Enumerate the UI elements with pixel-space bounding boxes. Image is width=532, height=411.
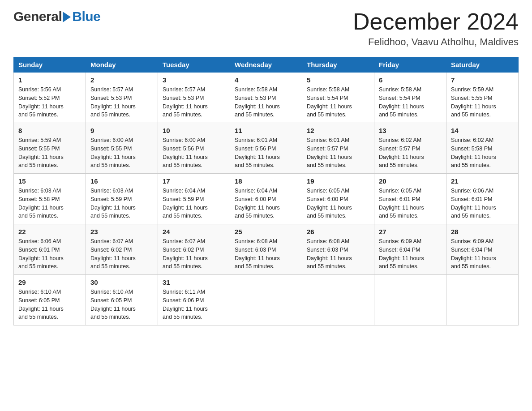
calendar-day-cell: 13 Sunrise: 6:02 AM Sunset: 5:57 PM Dayl… <box>374 123 446 174</box>
calendar-header-day: Wednesday <box>230 57 302 73</box>
calendar-day-cell: 1 Sunrise: 5:56 AM Sunset: 5:52 PM Dayli… <box>14 73 86 123</box>
day-number: 27 <box>379 228 442 235</box>
day-info: Sunrise: 6:06 AM Sunset: 6:01 PM Dayligh… <box>451 187 514 220</box>
calendar-header-day: Tuesday <box>158 57 230 73</box>
day-number: 21 <box>451 177 514 185</box>
day-number: 3 <box>163 76 225 84</box>
calendar-day-cell: 29 Sunrise: 6:10 AM Sunset: 6:05 PM Dayl… <box>14 275 86 325</box>
day-number: 9 <box>90 127 153 134</box>
calendar-day-cell <box>446 275 519 325</box>
calendar-week-row: 29 Sunrise: 6:10 AM Sunset: 6:05 PM Dayl… <box>14 275 519 325</box>
day-number: 5 <box>307 76 369 84</box>
logo-general-text: General <box>13 9 62 24</box>
day-info: Sunrise: 5:58 AM Sunset: 5:54 PM Dayligh… <box>379 86 442 119</box>
calendar-header-day: Sunday <box>14 57 86 73</box>
day-info: Sunrise: 6:07 AM Sunset: 6:02 PM Dayligh… <box>90 237 153 271</box>
logo-blue-text: Blue <box>72 9 100 24</box>
day-info: Sunrise: 5:57 AM Sunset: 5:53 PM Dayligh… <box>163 86 225 119</box>
day-number: 25 <box>235 228 297 235</box>
day-info: Sunrise: 6:04 AM Sunset: 6:00 PM Dayligh… <box>235 187 297 220</box>
calendar-day-cell: 12 Sunrise: 6:01 AM Sunset: 5:57 PM Dayl… <box>302 123 374 174</box>
day-number: 2 <box>90 76 153 84</box>
day-info: Sunrise: 5:56 AM Sunset: 5:52 PM Dayligh… <box>18 86 81 119</box>
day-info: Sunrise: 5:58 AM Sunset: 5:53 PM Dayligh… <box>235 86 297 119</box>
calendar-day-cell: 7 Sunrise: 5:59 AM Sunset: 5:55 PM Dayli… <box>446 73 519 123</box>
calendar-day-cell: 19 Sunrise: 6:05 AM Sunset: 6:00 PM Dayl… <box>302 174 374 224</box>
calendar-day-cell <box>302 275 374 325</box>
location-title: Felidhoo, Vaavu Atholhu, Maldives <box>353 36 519 48</box>
calendar-table: SundayMondayTuesdayWednesdayThursdayFrid… <box>13 57 519 325</box>
day-number: 31 <box>163 278 225 286</box>
day-number: 8 <box>18 127 81 134</box>
title-block: December 2024 Felidhoo, Vaavu Atholhu, M… <box>353 9 519 48</box>
calendar-day-cell: 18 Sunrise: 6:04 AM Sunset: 6:00 PM Dayl… <box>230 174 302 224</box>
day-info: Sunrise: 6:05 AM Sunset: 6:01 PM Dayligh… <box>379 187 442 220</box>
calendar-day-cell: 6 Sunrise: 5:58 AM Sunset: 5:54 PM Dayli… <box>374 73 446 123</box>
calendar-day-cell: 25 Sunrise: 6:08 AM Sunset: 6:03 PM Dayl… <box>230 224 302 275</box>
calendar-day-cell: 10 Sunrise: 6:00 AM Sunset: 5:56 PM Dayl… <box>158 123 230 174</box>
day-number: 22 <box>18 228 81 235</box>
calendar-day-cell: 16 Sunrise: 6:03 AM Sunset: 5:59 PM Dayl… <box>86 174 158 224</box>
day-info: Sunrise: 5:58 AM Sunset: 5:54 PM Dayligh… <box>307 86 369 119</box>
day-info: Sunrise: 6:06 AM Sunset: 6:01 PM Dayligh… <box>18 237 81 271</box>
calendar-day-cell: 28 Sunrise: 6:09 AM Sunset: 6:04 PM Dayl… <box>446 224 519 275</box>
calendar-day-cell: 8 Sunrise: 5:59 AM Sunset: 5:55 PM Dayli… <box>14 123 86 174</box>
calendar-header-row: SundayMondayTuesdayWednesdayThursdayFrid… <box>14 57 519 73</box>
day-info: Sunrise: 6:01 AM Sunset: 5:57 PM Dayligh… <box>307 136 369 170</box>
day-number: 30 <box>90 278 153 286</box>
day-number: 15 <box>18 177 81 185</box>
calendar-day-cell <box>230 275 302 325</box>
calendar-header-day: Monday <box>86 57 158 73</box>
day-number: 4 <box>235 76 297 84</box>
day-info: Sunrise: 6:11 AM Sunset: 6:06 PM Dayligh… <box>163 288 225 321</box>
calendar-week-row: 1 Sunrise: 5:56 AM Sunset: 5:52 PM Dayli… <box>14 73 519 123</box>
day-number: 28 <box>451 228 514 235</box>
day-number: 18 <box>235 177 297 185</box>
month-title: December 2024 <box>353 9 519 34</box>
day-number: 13 <box>379 127 442 134</box>
day-info: Sunrise: 6:08 AM Sunset: 6:03 PM Dayligh… <box>307 237 369 271</box>
day-number: 20 <box>379 177 442 185</box>
page-header: General Blue December 2024 Felidhoo, Vaa… <box>13 9 519 48</box>
day-info: Sunrise: 6:05 AM Sunset: 6:00 PM Dayligh… <box>307 187 369 220</box>
calendar-day-cell: 21 Sunrise: 6:06 AM Sunset: 6:01 PM Dayl… <box>446 174 519 224</box>
calendar-day-cell: 11 Sunrise: 6:01 AM Sunset: 5:56 PM Dayl… <box>230 123 302 174</box>
calendar-day-cell: 3 Sunrise: 5:57 AM Sunset: 5:53 PM Dayli… <box>158 73 230 123</box>
day-number: 7 <box>451 76 514 84</box>
calendar-day-cell: 20 Sunrise: 6:05 AM Sunset: 6:01 PM Dayl… <box>374 174 446 224</box>
day-number: 11 <box>235 127 297 134</box>
calendar-day-cell: 5 Sunrise: 5:58 AM Sunset: 5:54 PM Dayli… <box>302 73 374 123</box>
day-info: Sunrise: 5:57 AM Sunset: 5:53 PM Dayligh… <box>90 86 153 119</box>
svg-marker-0 <box>63 12 71 22</box>
day-number: 23 <box>90 228 153 235</box>
day-info: Sunrise: 6:03 AM Sunset: 5:59 PM Dayligh… <box>90 187 153 220</box>
day-info: Sunrise: 6:04 AM Sunset: 5:59 PM Dayligh… <box>163 187 225 220</box>
day-number: 10 <box>163 127 225 134</box>
calendar-header-day: Friday <box>374 57 446 73</box>
calendar-header-day: Thursday <box>302 57 374 73</box>
calendar-day-cell: 23 Sunrise: 6:07 AM Sunset: 6:02 PM Dayl… <box>86 224 158 275</box>
day-number: 24 <box>163 228 225 235</box>
day-info: Sunrise: 6:00 AM Sunset: 5:55 PM Dayligh… <box>90 136 153 170</box>
calendar-day-cell: 4 Sunrise: 5:58 AM Sunset: 5:53 PM Dayli… <box>230 73 302 123</box>
calendar-day-cell: 15 Sunrise: 6:03 AM Sunset: 5:58 PM Dayl… <box>14 174 86 224</box>
day-info: Sunrise: 6:10 AM Sunset: 6:05 PM Dayligh… <box>90 288 153 321</box>
calendar-week-row: 8 Sunrise: 5:59 AM Sunset: 5:55 PM Dayli… <box>14 123 519 174</box>
day-info: Sunrise: 6:02 AM Sunset: 5:57 PM Dayligh… <box>379 136 442 170</box>
logo: General Blue <box>13 9 100 24</box>
day-info: Sunrise: 6:07 AM Sunset: 6:02 PM Dayligh… <box>163 237 225 271</box>
calendar-day-cell: 22 Sunrise: 6:06 AM Sunset: 6:01 PM Dayl… <box>14 224 86 275</box>
day-number: 14 <box>451 127 514 134</box>
day-info: Sunrise: 5:59 AM Sunset: 5:55 PM Dayligh… <box>18 136 81 170</box>
day-info: Sunrise: 6:08 AM Sunset: 6:03 PM Dayligh… <box>235 237 297 271</box>
day-number: 1 <box>18 76 81 84</box>
day-info: Sunrise: 6:02 AM Sunset: 5:58 PM Dayligh… <box>451 136 514 170</box>
calendar-day-cell: 30 Sunrise: 6:10 AM Sunset: 6:05 PM Dayl… <box>86 275 158 325</box>
day-info: Sunrise: 6:10 AM Sunset: 6:05 PM Dayligh… <box>18 288 81 321</box>
day-info: Sunrise: 6:03 AM Sunset: 5:58 PM Dayligh… <box>18 187 81 220</box>
calendar-week-row: 15 Sunrise: 6:03 AM Sunset: 5:58 PM Dayl… <box>14 174 519 224</box>
day-info: Sunrise: 6:00 AM Sunset: 5:56 PM Dayligh… <box>163 136 225 170</box>
calendar-day-cell: 26 Sunrise: 6:08 AM Sunset: 6:03 PM Dayl… <box>302 224 374 275</box>
day-info: Sunrise: 6:09 AM Sunset: 6:04 PM Dayligh… <box>379 237 442 271</box>
day-number: 29 <box>18 278 81 286</box>
